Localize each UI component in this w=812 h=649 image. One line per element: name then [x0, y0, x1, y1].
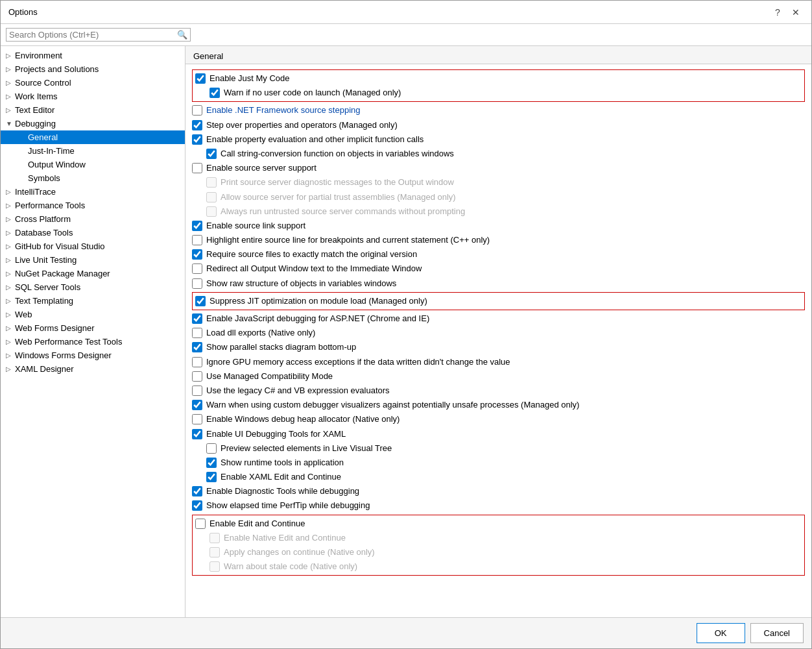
option-row-opt11: Enable source link support [192, 219, 805, 233]
checkbox-opt26[interactable] [206, 443, 217, 454]
checkbox-opt19[interactable] [192, 342, 202, 352]
option-row-opt24: Enable Windows debug heap allocator (Nat… [192, 412, 805, 426]
checkbox-opt4[interactable] [192, 120, 202, 130]
option-label-opt17: Enable JavaScript debugging for ASP.NET … [206, 313, 429, 324]
option-row-opt10: Always run untrusted source server comma… [192, 204, 805, 219]
sidebar-item-just-in-time[interactable]: Just-In-Time [1, 144, 185, 158]
checkbox-opt10[interactable] [206, 206, 217, 217]
sidebar-item-text-templating[interactable]: ▷Text Templating [1, 294, 185, 308]
checkbox-opt5[interactable] [192, 134, 202, 145]
checkbox-opt17[interactable] [192, 313, 202, 324]
checkbox-opt3[interactable] [192, 105, 202, 116]
checkbox-opt9[interactable] [206, 192, 217, 202]
checkbox-opt25[interactable] [192, 429, 202, 439]
option-row-opt14: Redirect all Output Window text to the I… [192, 262, 805, 276]
sidebar-item-source-control[interactable]: ▷Source Control [1, 76, 185, 90]
sidebar-item-web-performance-test-tools[interactable]: ▷Web Performance Test Tools [1, 335, 185, 349]
search-container: 🔍 [6, 28, 191, 42]
option-row-opt31: Enable Edit and Continue [195, 517, 802, 531]
sidebar-item-environment[interactable]: ▷Environment [1, 49, 185, 62]
checkbox-opt34[interactable] [209, 561, 220, 572]
checkbox-opt6[interactable] [206, 149, 217, 159]
option-label-opt28: Enable XAML Edit and Continue [221, 471, 341, 483]
checkbox-opt30[interactable] [192, 500, 202, 511]
options-area[interactable]: Enable Just My CodeWarn if no user code … [185, 64, 811, 617]
option-label-opt7: Enable source server support [206, 162, 316, 174]
sidebar-item-web-forms-designer[interactable]: ▷Web Forms Designer [1, 321, 185, 335]
sidebar-item-sql-server-tools[interactable]: ▷SQL Server Tools [1, 280, 185, 294]
sidebar: ▷Environment▷Projects and Solutions▷Sour… [1, 46, 185, 617]
checkbox-opt1[interactable] [195, 73, 206, 84]
checkbox-opt15[interactable] [192, 278, 202, 289]
help-button[interactable]: ? [770, 5, 785, 19]
checkbox-opt20[interactable] [192, 357, 202, 367]
title-bar: Options ? ✕ [1, 1, 811, 24]
sidebar-item-cross-platform[interactable]: ▷Cross Platform [1, 212, 185, 226]
option-label-opt1: Enable Just My Code [209, 73, 290, 84]
sidebar-item-projects-solutions[interactable]: ▷Projects and Solutions [1, 62, 185, 76]
sidebar-item-general[interactable]: General [1, 130, 185, 144]
sidebar-item-web[interactable]: ▷Web [1, 308, 185, 321]
option-label-opt16: Suppress JIT optimization on module load… [209, 295, 427, 307]
sidebar-item-live-unit-testing[interactable]: ▷Live Unit Testing [1, 253, 185, 267]
option-row-opt17: Enable JavaScript debugging for ASP.NET … [192, 312, 805, 326]
search-input[interactable] [9, 30, 177, 40]
checkbox-opt32[interactable] [209, 533, 220, 543]
checkbox-opt7[interactable] [192, 163, 202, 173]
sidebar-item-output-window[interactable]: Output Window [1, 158, 185, 171]
checkbox-opt14[interactable] [192, 263, 202, 274]
sidebar-item-debugging[interactable]: ▼Debugging [1, 117, 185, 130]
sidebar-label-work-items: Work Items [15, 92, 180, 101]
option-label-opt13: Require source files to exactly match th… [206, 249, 417, 260]
checkbox-opt8[interactable] [206, 177, 217, 188]
option-label-opt26: Preview selected elements in Live Visual… [221, 443, 392, 454]
checkbox-opt33[interactable] [209, 547, 220, 557]
sidebar-item-symbols[interactable]: Symbols [1, 171, 185, 185]
sidebar-item-text-editor[interactable]: ▷Text Editor [1, 103, 185, 117]
tree-arrow-sql-server-tools: ▷ [6, 284, 15, 291]
checkbox-opt28[interactable] [206, 472, 217, 482]
option-label-opt21: Use Managed Compatibility Mode [206, 371, 333, 382]
sidebar-item-performance-tools[interactable]: ▷Performance Tools [1, 199, 185, 212]
sidebar-label-nuget-package-manager: NuGet Package Manager [15, 269, 180, 278]
option-row-opt8: Print source server diagnostic messages … [192, 175, 805, 190]
sidebar-item-xaml-designer[interactable]: ▷XAML Designer [1, 362, 185, 376]
option-label-opt22: Use the legacy C# and VB expression eval… [206, 385, 390, 397]
checkbox-opt2[interactable] [209, 88, 220, 98]
checkbox-opt18[interactable] [192, 328, 202, 338]
main-panel: General Enable Just My CodeWarn if no us… [185, 46, 811, 617]
sidebar-item-database-tools[interactable]: ▷Database Tools [1, 226, 185, 239]
ok-button[interactable]: OK [697, 623, 745, 643]
sidebar-item-work-items[interactable]: ▷Work Items [1, 90, 185, 103]
checkbox-opt24[interactable] [192, 414, 202, 424]
checkbox-opt27[interactable] [206, 458, 217, 468]
cancel-button[interactable]: Cancel [750, 623, 804, 643]
checkbox-opt29[interactable] [192, 486, 202, 496]
sidebar-label-symbols: Symbols [28, 173, 180, 183]
sidebar-item-intellitrace[interactable]: ▷IntelliTrace [1, 185, 185, 199]
option-row-opt25: Enable UI Debugging Tools for XAML [192, 427, 805, 441]
sidebar-label-just-in-time: Just-In-Time [28, 146, 180, 156]
close-button[interactable]: ✕ [788, 5, 804, 19]
option-label-opt9: Allow source server for partial trust as… [221, 191, 456, 203]
sidebar-label-windows-forms-designer: Windows Forms Designer [15, 350, 180, 360]
checkbox-opt23[interactable] [192, 400, 202, 410]
option-row-opt34: Warn about stale code (Native only) [195, 559, 802, 574]
checkbox-opt21[interactable] [192, 371, 202, 382]
checkbox-opt22[interactable] [192, 386, 202, 396]
option-row-opt9: Allow source server for partial trust as… [192, 190, 805, 204]
option-row-opt33: Apply changes on continue (Native only) [195, 545, 802, 559]
sidebar-item-github-vs[interactable]: ▷GitHub for Visual Studio [1, 239, 185, 253]
sidebar-item-nuget-package-manager[interactable]: ▷NuGet Package Manager [1, 267, 185, 280]
option-label-opt32: Enable Native Edit and Continue [224, 532, 346, 544]
sidebar-label-performance-tools: Performance Tools [15, 201, 180, 210]
checkbox-opt11[interactable] [192, 221, 202, 231]
option-group-opt1: Enable Just My CodeWarn if no user code … [192, 69, 805, 102]
checkbox-opt12[interactable] [192, 235, 202, 245]
content-area: ▷Environment▷Projects and Solutions▷Sour… [1, 46, 811, 617]
checkbox-opt16[interactable] [195, 296, 206, 306]
checkbox-opt13[interactable] [192, 249, 202, 260]
sidebar-item-windows-forms-designer[interactable]: ▷Windows Forms Designer [1, 349, 185, 362]
checkbox-opt31[interactable] [195, 519, 206, 529]
sidebar-label-cross-platform: Cross Platform [15, 214, 180, 224]
